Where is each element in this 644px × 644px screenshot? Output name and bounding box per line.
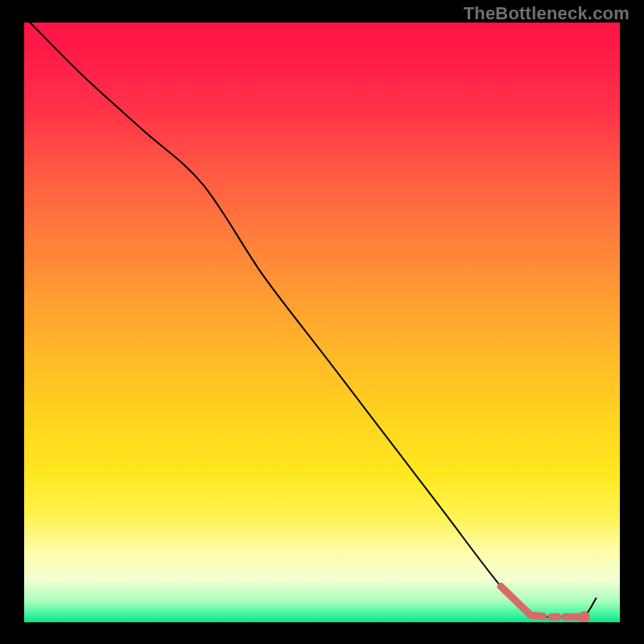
bottleneck-chart xyxy=(0,0,644,644)
plot-area xyxy=(24,23,620,622)
chart-frame: TheBottleneck.com xyxy=(0,0,644,644)
highlight-endpoint-marker xyxy=(579,611,590,622)
highlight-dashed-segment xyxy=(530,615,584,617)
